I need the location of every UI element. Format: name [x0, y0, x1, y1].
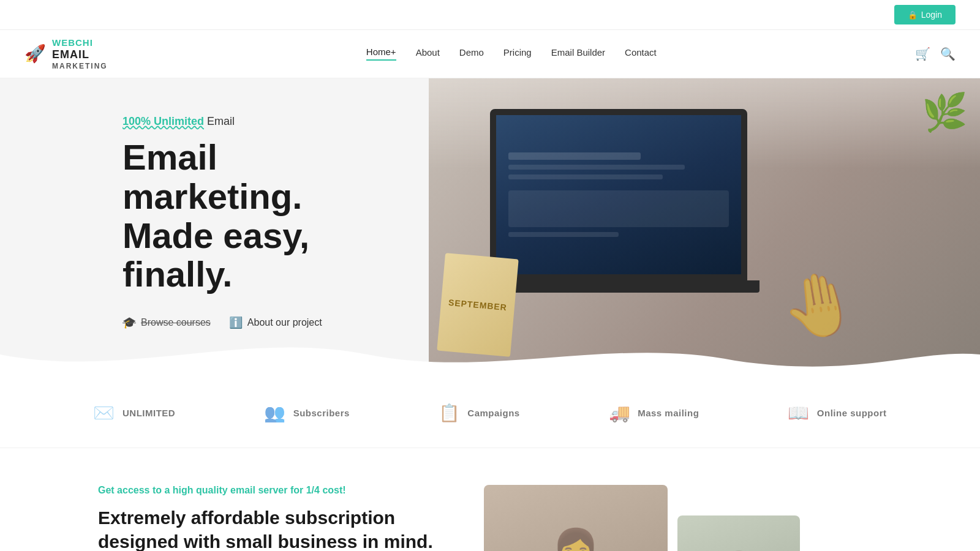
nav-about[interactable]: About — [416, 47, 440, 60]
nav-contact[interactable]: Contact — [625, 47, 657, 60]
feature-mass-mailing: 🚚 Mass mailing — [609, 403, 699, 423]
hero-subtitle-rest: Email — [204, 115, 235, 127]
about-project-label: About our project — [247, 317, 322, 328]
content-eyebrow: Get access to a high quality email serve… — [98, 485, 435, 496]
login-label: Login — [921, 10, 942, 20]
logo-webchi: WEBCHI — [52, 37, 108, 48]
content-title: Extremely affordable subscription design… — [98, 506, 435, 551]
nav-links: Home+ About Demo Pricing Email Builder C… — [366, 47, 657, 61]
laptop-mockup — [490, 109, 796, 305]
envelope-icon: ✉️ — [93, 403, 115, 423]
hero-subtitle: 100% Unlimited Email — [123, 115, 380, 128]
hero-section: 100% Unlimited Email Email marketing. Ma… — [0, 78, 980, 378]
logo-email: EMAIL — [52, 48, 108, 62]
content-image-large: 👩‍💼 — [484, 485, 668, 551]
hero-subtitle-highlight: 100% Unlimited — [123, 115, 204, 127]
laptop-screen — [490, 109, 747, 280]
search-icon[interactable]: 🔍 — [940, 47, 956, 61]
laptop-base — [478, 280, 760, 293]
feature-campaigns: 📋 Campaigns — [439, 403, 520, 423]
content-image-small: 👨‍💼 — [677, 515, 800, 551]
hero-title: Email marketing. Made easy, finally. — [123, 138, 380, 294]
browse-courses-label: Browse courses — [141, 317, 211, 328]
delivery-icon: 🚚 — [609, 403, 631, 423]
notebook-text: SEPTEMBER — [448, 298, 507, 312]
about-project-link[interactable]: ℹ️ About our project — [229, 316, 322, 329]
feature-online-support: 📖 Online support — [788, 403, 886, 423]
feature-subscribers: 👥 Subscribers — [264, 403, 350, 423]
logo[interactable]: 🚀 WEBCHI EMAIL MARKETING — [24, 37, 108, 70]
login-button[interactable]: 🔒 Login — [894, 5, 956, 24]
feature-unlimited-label: UNLIMITED — [123, 408, 175, 418]
browse-courses-link[interactable]: 🎓 Browse courses — [123, 316, 211, 329]
feature-unlimited: ✉️ UNLIMITED — [93, 403, 175, 423]
hero-title-line1: Email marketing. — [123, 137, 302, 216]
feature-mass-mailing-label: Mass mailing — [638, 408, 699, 418]
hero-wave — [0, 330, 980, 378]
campaigns-icon: 📋 — [439, 403, 461, 423]
top-bar: 🔒 Login — [0, 0, 980, 30]
rocket-icon: 🚀 — [24, 43, 46, 64]
info-icon: ℹ️ — [229, 316, 243, 329]
nav-icons: 🛒 🔍 — [915, 47, 956, 61]
content-section: Get access to a high quality email serve… — [0, 448, 980, 551]
logo-text: WEBCHI EMAIL MARKETING — [52, 37, 108, 70]
feature-online-support-label: Online support — [817, 408, 887, 418]
nav-demo[interactable]: Demo — [459, 47, 484, 60]
cart-icon[interactable]: 🛒 — [915, 47, 930, 61]
features-strip: ✉️ UNLIMITED 👥 Subscribers 📋 Campaigns 🚚… — [0, 378, 980, 448]
book-icon: 📖 — [788, 403, 810, 423]
nav-email-builder[interactable]: Email Builder — [551, 47, 605, 60]
hero-actions: 🎓 Browse courses ℹ️ About our project — [123, 316, 380, 329]
nav-pricing[interactable]: Pricing — [503, 47, 532, 60]
logo-marketing: MARKETING — [52, 62, 108, 70]
subscribers-icon: 👥 — [264, 403, 286, 423]
main-nav: 🚀 WEBCHI EMAIL MARKETING Home+ About Dem… — [0, 30, 980, 78]
lock-icon: 🔒 — [908, 10, 918, 20]
plant-icon: 🌿 — [922, 91, 968, 134]
feature-campaigns-label: Campaigns — [467, 408, 519, 418]
laptop-screen-content — [496, 115, 741, 274]
content-left: Get access to a high quality email serve… — [98, 485, 435, 551]
content-right: 👩‍💼 👨‍💼 — [484, 485, 882, 551]
feature-subscribers-label: Subscribers — [293, 408, 350, 418]
grad-cap-icon: 🎓 — [123, 316, 136, 329]
nav-home[interactable]: Home+ — [366, 47, 396, 61]
hero-title-line2: Made easy, finally. — [123, 216, 309, 294]
